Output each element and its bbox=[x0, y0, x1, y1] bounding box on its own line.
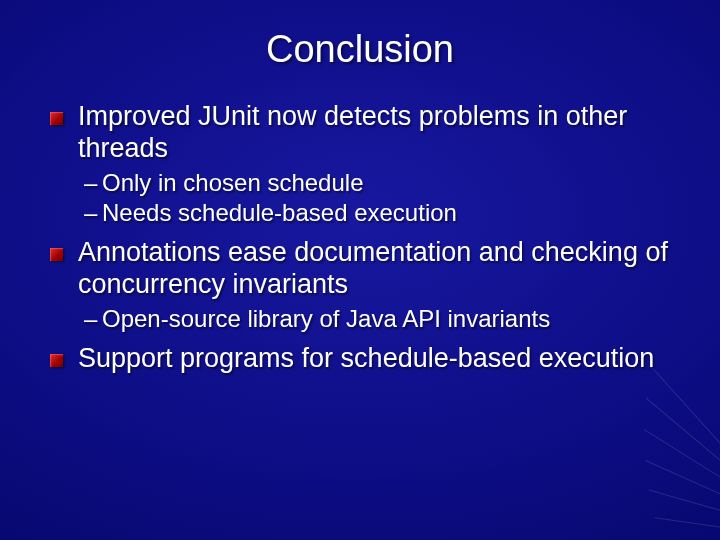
dash-icon: – bbox=[84, 305, 102, 333]
dash-icon: – bbox=[84, 169, 102, 197]
bullet-text: Annotations ease documentation and check… bbox=[78, 237, 668, 299]
slide: Conclusion Improved JUnit now detects pr… bbox=[0, 0, 720, 540]
bullet-level2: –Needs schedule-based execution bbox=[48, 199, 672, 227]
square-bullet-icon bbox=[50, 112, 63, 125]
subbullet-text: Only in chosen schedule bbox=[102, 169, 364, 196]
subbullet-text: Needs schedule-based execution bbox=[102, 199, 457, 226]
dash-icon: – bbox=[84, 199, 102, 227]
corner-rays-icon bbox=[660, 420, 720, 540]
bullet-text: Support programs for schedule-based exec… bbox=[78, 343, 654, 373]
bullet-text: Improved JUnit now detects problems in o… bbox=[78, 101, 627, 163]
bullet-group: Annotations ease documentation and check… bbox=[48, 237, 672, 333]
bullet-group: Improved JUnit now detects problems in o… bbox=[48, 101, 672, 227]
subbullet-text: Open-source library of Java API invarian… bbox=[102, 305, 550, 332]
bullet-level2: –Only in chosen schedule bbox=[48, 169, 672, 197]
bullet-level1: Annotations ease documentation and check… bbox=[48, 237, 672, 301]
bullet-level1: Support programs for schedule-based exec… bbox=[48, 343, 672, 375]
bullet-level1: Improved JUnit now detects problems in o… bbox=[48, 101, 672, 165]
bullet-group: Support programs for schedule-based exec… bbox=[48, 343, 672, 375]
square-bullet-icon bbox=[50, 354, 63, 367]
slide-title: Conclusion bbox=[48, 28, 672, 71]
slide-body: Improved JUnit now detects problems in o… bbox=[48, 101, 672, 375]
square-bullet-icon bbox=[50, 248, 63, 261]
bullet-level2: –Open-source library of Java API invaria… bbox=[48, 305, 672, 333]
